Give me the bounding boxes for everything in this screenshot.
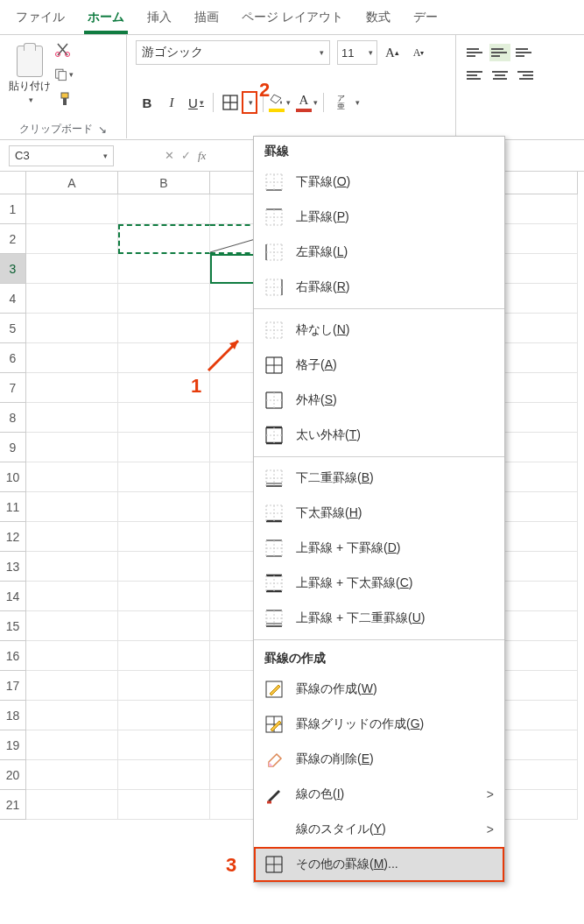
cell[interactable] [118,790,210,820]
cut-button[interactable] [54,40,74,60]
decrease-font-button[interactable]: A▾ [407,41,430,64]
cell[interactable] [118,492,210,522]
row-header[interactable]: 7 [0,373,26,403]
cell[interactable] [118,582,210,611]
cell[interactable] [118,671,210,701]
select-all-corner[interactable] [0,172,26,194]
tab-insert[interactable]: 挿入 [144,6,175,34]
row-header[interactable]: 11 [0,492,26,522]
cell[interactable] [26,254,118,284]
copy-button[interactable]: ▾ [54,65,74,84]
row-header[interactable]: 1 [0,194,26,224]
row-header[interactable]: 20 [0,760,26,790]
dialog-launcher-icon[interactable]: ↘ [98,123,107,136]
cell[interactable] [118,284,210,314]
row-header[interactable]: 14 [0,582,26,611]
cell[interactable] [26,433,118,462]
chevron-down-icon[interactable]: ▾ [29,95,33,104]
font-size-select[interactable]: 11▾ [337,40,377,65]
cell[interactable] [26,194,118,224]
menu-item-erase[interactable]: 罫線の削除(E) [254,742,504,777]
row-header[interactable]: 6 [0,343,26,373]
cell[interactable] [118,552,210,582]
row-header[interactable]: 8 [0,403,26,433]
cell[interactable] [118,611,210,641]
align-left-button[interactable] [465,67,486,84]
cell[interactable] [26,552,118,582]
cell[interactable] [26,284,118,314]
align-center-button[interactable] [489,67,510,84]
menu-item-linecolor[interactable]: 線の色(I)> [254,777,504,812]
font-color-button[interactable]: A ▾ [296,91,318,114]
cell[interactable] [118,462,210,492]
cancel-icon[interactable]: ✕ [165,149,174,162]
bold-button[interactable]: B [136,91,158,114]
align-bottom-button[interactable] [514,44,535,61]
cell[interactable] [118,730,210,760]
menu-item-drawborder[interactable]: 罫線の作成(W) [254,672,504,707]
cell[interactable] [118,194,210,224]
cell[interactable] [26,462,118,492]
font-family-select[interactable]: 游ゴシック▾ [136,40,330,65]
menu-item-top_thickbot[interactable]: 上罫線 + 下太罫線(C) [254,566,504,601]
cell[interactable] [26,701,118,730]
cell[interactable] [26,790,118,820]
cell[interactable] [118,224,210,254]
row-header[interactable]: 4 [0,284,26,314]
cell[interactable] [118,403,210,433]
underline-button[interactable]: U▾ [185,91,208,114]
cell[interactable] [26,641,118,671]
menu-item-bottom[interactable]: 下罫線(O) [254,165,504,200]
row-header[interactable]: 2 [0,224,26,254]
menu-item-box[interactable]: 外枠(S) [254,383,504,418]
cell[interactable] [118,522,210,552]
row-header[interactable]: 3 [0,254,26,284]
cell[interactable] [26,492,118,522]
tab-formula[interactable]: 数式 [362,6,394,34]
tab-page-layout[interactable]: ページ レイアウト [238,6,347,34]
align-middle-button[interactable] [489,44,510,61]
cell[interactable] [118,701,210,730]
row-header[interactable]: 9 [0,433,26,462]
cell[interactable] [26,730,118,760]
menu-item-all[interactable]: 格子(A) [254,348,504,383]
col-header-b[interactable]: B [118,172,210,194]
row-header[interactable]: 5 [0,314,26,343]
tab-home[interactable]: ホーム [84,6,128,34]
cell[interactable] [118,314,210,343]
menu-item-dbl_bottom[interactable]: 下二重罫線(B) [254,461,504,496]
cell[interactable] [26,343,118,373]
menu-item-top_dblbot[interactable]: 上罫線 + 下二重罫線(U) [254,601,504,636]
cell[interactable] [118,254,210,284]
menu-item-top[interactable]: 上罫線(P) [254,200,504,235]
cell[interactable] [118,760,210,790]
row-header[interactable]: 18 [0,701,26,730]
row-header[interactable]: 16 [0,641,26,671]
tab-file[interactable]: ファイル [12,6,68,34]
align-top-button[interactable] [465,44,486,61]
row-header[interactable]: 17 [0,671,26,701]
cell[interactable] [26,582,118,611]
cell[interactable] [26,224,118,254]
cell[interactable] [26,671,118,701]
tab-draw[interactable]: 描画 [191,6,222,34]
phonetic-button[interactable]: ア 亜 [329,91,352,114]
menu-item-none[interactable]: 枠なし(N) [254,313,504,348]
menu-item-more[interactable]: その他の罫線(M)... [254,847,504,882]
increase-font-button[interactable]: A▴ [381,41,404,64]
cell[interactable] [118,343,210,373]
cell[interactable] [118,433,210,462]
col-header-a[interactable]: A [26,172,118,194]
menu-item-left[interactable]: 左罫線(L) [254,235,504,270]
menu-item-thick_bottom[interactable]: 下太罫線(H) [254,496,504,531]
menu-item-top_bottom[interactable]: 上罫線 + 下罫線(D) [254,531,504,566]
fill-color-button[interactable]: ▾ [269,91,291,114]
row-header[interactable]: 12 [0,522,26,552]
cell[interactable] [26,611,118,641]
menu-item-thick[interactable]: 太い外枠(T) [254,418,504,453]
cell[interactable] [26,522,118,552]
row-header[interactable]: 21 [0,790,26,820]
cell[interactable] [26,760,118,790]
enter-icon[interactable]: ✓ [181,149,191,162]
italic-button[interactable]: I [160,91,183,114]
